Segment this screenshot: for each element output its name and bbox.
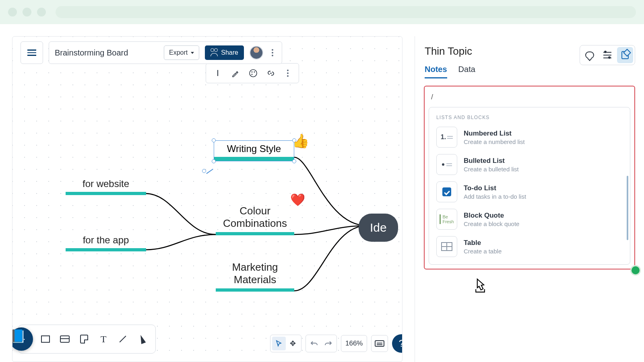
pan-mode[interactable]: ✥ [286,337,299,350]
share-button[interactable]: Share [205,45,244,60]
top-bar: Brainstorming Board Export Share [21,41,282,64]
svg-point-0 [250,70,257,77]
shape-dock: + T [18,325,156,354]
keyboard-shortcuts-button[interactable] [371,335,388,352]
node-colour-combinations[interactable]: Colour Combinations [216,205,294,235]
properties-button[interactable] [599,47,615,63]
highlighter-tool[interactable] [134,331,151,348]
export-label: Export [169,49,188,56]
side-panel: Thin Topic Notes Data / LISTS AND BLOCKS… [415,36,644,362]
history-group [305,335,337,352]
editor-input[interactable]: / [429,90,630,104]
numbered-list-icon: 1. [436,127,457,148]
comments-button[interactable] [582,47,598,63]
board-title[interactable]: Brainstorming Board [55,48,158,58]
option-table[interactable]: Table Create a table [429,233,630,260]
resize-handle[interactable] [212,138,216,142]
hamburger-icon [27,48,36,58]
redo-button[interactable] [321,337,335,350]
sticky-note-tool[interactable] [76,331,93,348]
address-bar[interactable] [56,6,636,18]
table-icon [436,236,457,257]
traffic-light [23,8,31,16]
cursor-icon [275,339,283,348]
option-sub: Create a bulleted list [464,166,519,173]
menu-button[interactable] [21,41,43,64]
rectangle-tool[interactable] [37,331,54,348]
mode-group: ✥ [270,335,301,352]
link-icon[interactable] [266,69,275,78]
node-label: for the app [66,234,146,246]
people-icon [211,50,218,56]
heart-icon: ❤️ [290,193,305,207]
presence-indicator[interactable] [630,265,641,276]
more-button[interactable] [269,49,276,56]
node-label: Marketing Materials [216,261,294,286]
note-icon [80,335,88,343]
title-bar: Brainstorming Board Export Share [49,41,282,64]
connection-handle[interactable] [202,169,206,173]
help-icon: ? [399,338,402,349]
option-todo-list[interactable]: To-do List Add tasks in a to-do list [429,178,630,206]
export-button[interactable]: Export [164,45,199,60]
svg-point-2 [254,72,255,73]
tab-data[interactable]: Data [458,65,475,78]
option-bulleted-list[interactable]: Bulleted List Create a bulleted list [429,151,630,178]
line-icon [120,336,126,343]
card-tool[interactable] [56,331,73,348]
card-icon [60,335,70,343]
share-label: Share [221,49,238,56]
option-title: Table [464,239,502,247]
eyedropper-icon[interactable] [231,69,240,78]
central-node[interactable]: Ide [359,214,398,242]
option-block-quote[interactable]: Be Fresh Block Quote Create a block quot… [429,206,630,233]
svg-point-3 [252,74,253,75]
node-marketing-materials[interactable]: Marketing Materials [216,261,294,292]
node-label: Colour Combinations [216,205,294,230]
node-label: Writing Style [224,143,284,154]
resize-handle[interactable] [212,159,216,163]
keyboard-icon [375,340,384,347]
node-label: for website [66,178,146,189]
dropdown-section-label: LISTS AND BLOCKS [429,111,630,123]
canvas[interactable]: Brainstorming Board Export Share I [12,36,402,362]
text-icon: T [101,334,107,345]
option-sub: Create a table [464,248,502,255]
svg-point-1 [252,72,253,73]
undo-icon [310,340,318,347]
text-tool[interactable]: T [95,331,112,348]
block-picker: LISTS AND BLOCKS 1. Numbered List Create… [429,107,630,265]
zoom-level[interactable]: 166% [341,335,367,352]
edit-notes-button[interactable] [617,47,633,63]
option-title: Bulleted List [464,157,519,165]
browser-chrome [0,0,644,24]
redo-icon [324,340,332,347]
notes-editor-highlight: / LISTS AND BLOCKS 1. Numbered List Crea… [424,86,635,269]
block-quote-icon: Be Fresh [436,209,457,230]
resize-handle[interactable] [292,159,296,163]
option-sub: Create a block quote [464,220,519,227]
dropdown-scrollbar[interactable] [627,176,628,240]
help-button[interactable]: ? [392,334,402,353]
shape-toolbar[interactable]: I [206,63,299,83]
node-writing-style[interactable]: Writing Style 👍 [214,140,294,161]
node-for-website[interactable]: for website [66,178,146,195]
option-numbered-list[interactable]: 1. Numbered List Create a numbered list [429,123,630,151]
view-controls: ✥ 166% ? [270,334,402,353]
toolbar-more-icon[interactable] [284,70,291,77]
central-node-label: Ide [370,221,387,234]
workspace: Brainstorming Board Export Share I [0,24,644,362]
palette-icon[interactable] [249,69,258,78]
text-cursor-icon[interactable]: I [213,69,222,78]
user-avatar[interactable] [250,46,263,60]
thumbs-up-icon: 👍 [292,133,309,149]
bulleted-list-icon [436,154,457,175]
chat-icon [585,51,594,59]
tab-notes[interactable]: Notes [425,65,447,78]
undo-button[interactable] [308,337,321,350]
node-for-app[interactable]: for the app [66,234,146,251]
todo-list-icon [436,181,457,202]
panel-mode-switch [580,45,635,65]
line-tool[interactable] [114,331,131,348]
select-mode[interactable] [272,337,286,350]
